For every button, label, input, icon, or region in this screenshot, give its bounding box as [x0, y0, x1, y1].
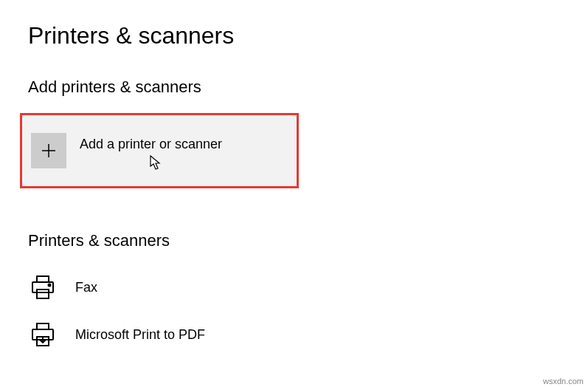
- add-printer-button[interactable]: Add a printer or scanner: [22, 115, 297, 186]
- watermark: wsxdn.com: [543, 377, 584, 386]
- printer-item-pdf[interactable]: Microsoft Print to PDF: [28, 311, 588, 358]
- svg-rect-4: [37, 290, 49, 298]
- printers-list: Fax Microsoft Print to PDF: [0, 264, 588, 358]
- add-printer-highlight: Add a printer or scanner: [20, 113, 299, 188]
- print-to-file-icon: [28, 320, 58, 349]
- cursor-icon: [150, 155, 163, 171]
- svg-rect-2: [37, 276, 49, 282]
- page-title: Printers & scanners: [0, 0, 588, 49]
- printers-list-header: Printers & scanners: [0, 231, 588, 250]
- add-printer-label: Add a printer or scanner: [80, 137, 222, 152]
- svg-rect-6: [37, 323, 49, 329]
- printer-item-fax[interactable]: Fax: [28, 264, 588, 311]
- svg-point-5: [49, 284, 51, 287]
- plus-icon: [31, 133, 66, 168]
- add-printers-header: Add printers & scanners: [0, 78, 588, 97]
- printer-icon: [28, 273, 58, 302]
- printer-item-label: Fax: [75, 280, 97, 295]
- printer-item-label: Microsoft Print to PDF: [75, 327, 205, 343]
